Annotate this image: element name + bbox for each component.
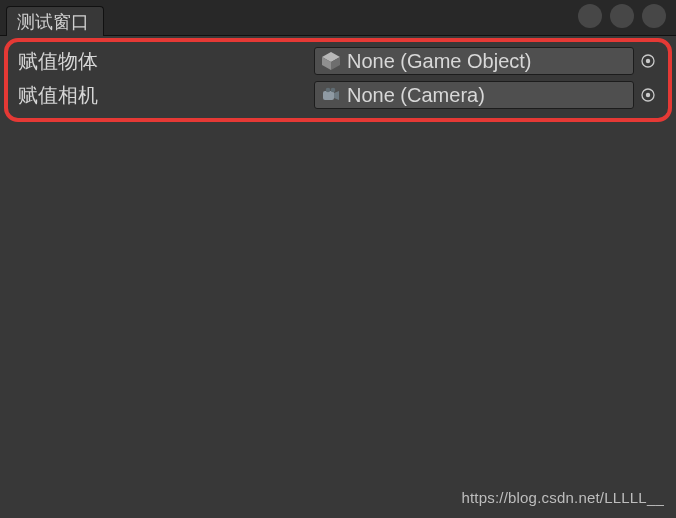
traffic-button-1[interactable]: [578, 4, 602, 28]
svg-rect-8: [323, 91, 334, 100]
svg-point-11: [331, 88, 336, 93]
window-tab[interactable]: 测试窗口: [6, 6, 104, 36]
traffic-button-2[interactable]: [610, 4, 634, 28]
tabstrip-toolbar: [570, 4, 666, 28]
annotation-highlight: 赋值物体 None (Game Object) 赋值相机: [4, 38, 672, 122]
editor-tabstrip: 测试窗口: [0, 0, 676, 36]
cube-icon: [321, 51, 341, 71]
property-row: 赋值物体 None (Game Object): [10, 44, 666, 78]
svg-point-10: [326, 88, 331, 93]
camera-icon: [321, 85, 341, 105]
traffic-button-3[interactable]: [642, 4, 666, 28]
window-tab-label: 测试窗口: [17, 12, 89, 32]
svg-point-13: [646, 93, 650, 97]
watermark-text: https://blog.csdn.net/LLLLL__: [461, 489, 664, 506]
object-field-value: None (Camera): [347, 84, 485, 107]
property-row: 赋值相机 None (Camera): [10, 78, 666, 112]
svg-marker-9: [334, 91, 339, 100]
object-field-gameobject[interactable]: None (Game Object): [314, 47, 634, 75]
property-label: 赋值相机: [14, 82, 314, 109]
object-field-value: None (Game Object): [347, 50, 532, 73]
property-label: 赋值物体: [14, 48, 314, 75]
svg-point-7: [646, 59, 650, 63]
object-field-camera[interactable]: None (Camera): [314, 81, 634, 109]
object-picker-button[interactable]: [641, 88, 655, 102]
object-picker-button[interactable]: [641, 54, 655, 68]
